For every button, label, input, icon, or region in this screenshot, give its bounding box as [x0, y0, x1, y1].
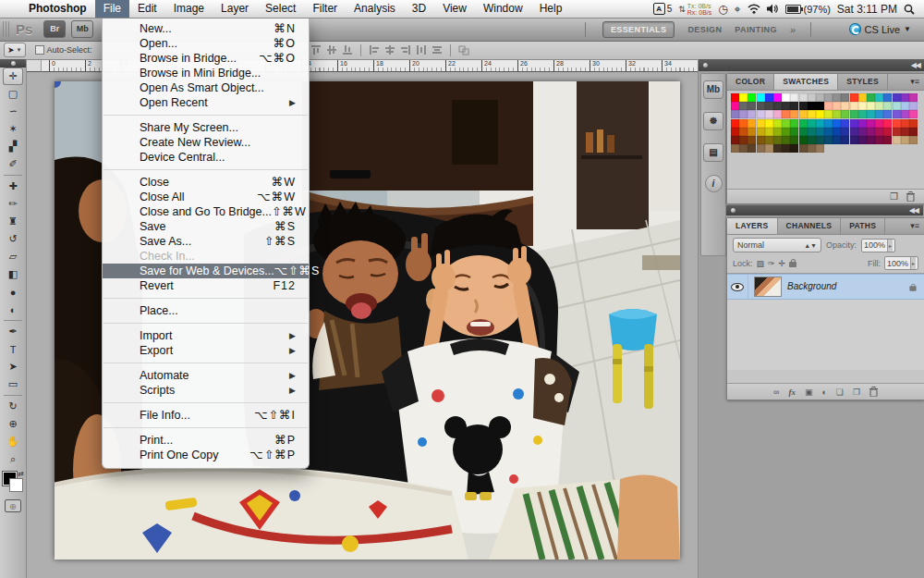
clone-stamp-tool[interactable]: ♜ — [3, 213, 23, 230]
color-swatch[interactable] — [748, 110, 756, 118]
new-swatch-icon[interactable]: ❐ — [890, 191, 898, 202]
color-swatch[interactable] — [757, 110, 765, 118]
color-swatch[interactable] — [850, 93, 858, 102]
color-swatch[interactable] — [757, 119, 765, 128]
color-swatch[interactable] — [824, 102, 833, 110]
color-swatch[interactable] — [909, 102, 918, 110]
zoom-tool[interactable]: ⌕ — [3, 450, 23, 468]
menu-item-close-all[interactable]: Close All⌥⌘W — [103, 190, 309, 204]
quick-mask-button[interactable]: ◎ — [5, 499, 21, 512]
color-swatch[interactable] — [782, 102, 790, 110]
color-swatch[interactable] — [790, 110, 798, 118]
color-swatch[interactable] — [782, 110, 790, 118]
color-swatch[interactable] — [773, 128, 782, 136]
color-swatch[interactable] — [739, 144, 748, 153]
color-swatch[interactable] — [909, 93, 918, 102]
location-icon[interactable]: ⌖ — [735, 3, 741, 16]
color-swatch[interactable] — [867, 119, 875, 128]
histogram-panel-icon[interactable]: ▤ — [703, 143, 723, 162]
color-swatch[interactable] — [799, 93, 808, 102]
color-swatch[interactable] — [808, 128, 816, 136]
healing-brush-tool[interactable]: ✚ — [3, 178, 23, 195]
menu-item-print[interactable]: Print...⌘P — [103, 433, 309, 448]
menu-item-device-central[interactable]: Device Central... — [103, 150, 309, 165]
tab-layers[interactable]: LAYERS — [727, 218, 778, 234]
adjustment-layer-icon[interactable]: ◐ — [821, 387, 826, 397]
align-vcenter-icon[interactable] — [326, 44, 337, 55]
menu-window[interactable]: Window — [475, 0, 531, 18]
color-swatch[interactable] — [731, 119, 739, 128]
color-swatch[interactable] — [858, 136, 867, 144]
color-swatch[interactable] — [748, 128, 756, 136]
menu-bar-clock[interactable]: Sat 3:11 PM — [837, 3, 897, 16]
menu-layer[interactable]: Layer — [213, 0, 257, 18]
menu-item-share-my-screen[interactable]: Share My Screen... — [103, 120, 309, 135]
menu-item-save-for-web-devices[interactable]: Save for Web & Devices...⌥⇧⌘S — [103, 264, 309, 278]
color-swatch[interactable] — [901, 136, 909, 144]
tab-channels[interactable]: CHANNELS — [778, 218, 842, 234]
color-swatch[interactable] — [858, 102, 867, 110]
color-swatch[interactable] — [773, 136, 782, 144]
hand-tool[interactable]: ✋ — [3, 433, 23, 450]
color-swatch[interactable] — [790, 102, 798, 110]
color-swatch[interactable] — [816, 128, 824, 136]
cs-live-button[interactable]: CS Live ▼ — [849, 23, 911, 35]
move-tool[interactable]: ✛ — [3, 68, 23, 85]
workspace-design[interactable]: DESIGN — [687, 22, 722, 37]
layer-row-background[interactable]: Background — [727, 274, 924, 300]
workspace-essentials[interactable]: ESSENTIALS — [602, 21, 675, 38]
align-top-icon[interactable] — [310, 44, 322, 55]
menu-item-place[interactable]: Place... — [103, 303, 309, 318]
color-swatch[interactable] — [893, 110, 901, 118]
color-swatch[interactable] — [893, 102, 901, 110]
workspace-overflow-chevron[interactable]: » — [790, 24, 794, 35]
launch-mini-bridge-button[interactable]: Mb — [71, 20, 93, 38]
color-swatch[interactable] — [773, 144, 782, 153]
color-swatch[interactable] — [824, 128, 833, 136]
lock-transparency-icon[interactable]: ▨ — [757, 259, 765, 268]
menu-edit[interactable]: Edit — [129, 0, 165, 18]
menu-item-scripts[interactable]: Scripts▶ — [103, 383, 309, 398]
color-swatch[interactable] — [773, 93, 782, 102]
menu-item-save-as[interactable]: Save As...⇧⌘S — [103, 234, 309, 249]
menu-item-close-and-go-to-bridge[interactable]: Close and Go To Bridge...⇧⌘W — [103, 204, 309, 219]
color-swatch[interactable] — [731, 110, 739, 118]
color-swatch[interactable] — [833, 119, 841, 128]
align-right-icon[interactable] — [400, 44, 411, 55]
color-swatch[interactable] — [765, 128, 773, 136]
color-swatch[interactable] — [867, 136, 875, 144]
launch-bridge-button[interactable]: Br — [43, 20, 66, 38]
color-swatch[interactable] — [883, 136, 892, 144]
color-swatch[interactable] — [782, 128, 790, 136]
color-swatch[interactable] — [799, 102, 808, 110]
color-swatch[interactable] — [850, 102, 858, 110]
color-swatch[interactable] — [799, 136, 808, 144]
color-swatch[interactable] — [875, 102, 883, 110]
collapse-panels-icon[interactable]: ◀◀ — [911, 61, 920, 69]
color-swatch[interactable] — [883, 128, 892, 136]
color-swatch[interactable] — [909, 110, 918, 118]
color-swatch[interactable] — [773, 110, 782, 118]
color-swatch[interactable] — [875, 93, 883, 102]
color-swatch[interactable] — [883, 119, 892, 128]
color-swatch[interactable] — [757, 144, 765, 153]
color-swatch[interactable] — [901, 93, 909, 102]
color-swatch[interactable] — [790, 136, 798, 144]
color-swatch[interactable] — [799, 128, 808, 136]
layers-dock-header[interactable]: ◀◀ — [726, 205, 923, 215]
color-swatch[interactable] — [858, 93, 867, 102]
panel-menu-icon[interactable]: ▾≡ — [906, 218, 924, 234]
gradient-tool[interactable]: ◧ — [3, 265, 23, 283]
color-swatch[interactable] — [893, 128, 901, 136]
delete-layer-icon[interactable] — [869, 387, 878, 397]
menu-item-new[interactable]: New...⌘N — [103, 21, 309, 36]
color-swatch[interactable] — [790, 119, 798, 128]
color-swatch[interactable] — [757, 136, 765, 144]
color-swatch[interactable] — [782, 119, 790, 128]
appbar-grip[interactable] — [3, 21, 10, 37]
workspace-painting[interactable]: PAINTING — [735, 22, 777, 37]
color-swatch[interactable] — [841, 102, 849, 110]
color-swatch[interactable] — [765, 144, 773, 153]
color-swatch[interactable] — [824, 136, 833, 144]
wifi-icon[interactable] — [748, 4, 760, 14]
